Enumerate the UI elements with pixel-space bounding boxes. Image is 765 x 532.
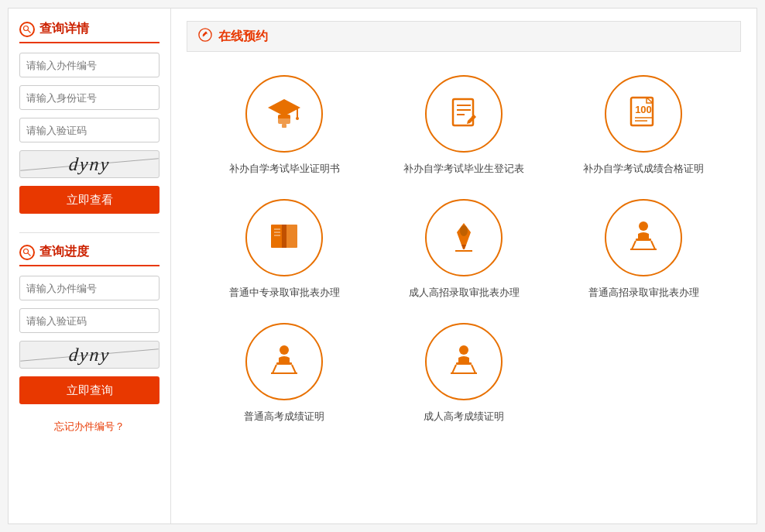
svg-line-37 <box>273 365 276 373</box>
service-diploma[interactable]: 补办自学考试毕业证明书 <box>202 75 366 176</box>
svg-line-38 <box>292 365 296 373</box>
progress-doc-no-input[interactable] <box>19 276 160 300</box>
service-score-cert-label: 补办自学考试成绩合格证明 <box>583 162 704 176</box>
svg-line-32 <box>632 241 636 249</box>
page-header: 在线预约 <box>187 21 741 52</box>
svg-rect-41 <box>456 362 472 365</box>
service-register-circle <box>425 75 503 153</box>
service-gaokao-circle <box>245 323 323 400</box>
detail-captcha-image: dyny <box>19 150 160 178</box>
detail-captcha-input[interactable] <box>19 118 160 142</box>
svg-line-43 <box>472 365 475 373</box>
service-score-cert[interactable]: 100 补办自学考试成绩合格证明 <box>561 75 726 176</box>
svg-rect-23 <box>285 225 297 248</box>
svg-rect-36 <box>276 362 292 365</box>
progress-captcha-image: dyny <box>19 341 160 369</box>
svg-point-2 <box>24 249 29 253</box>
service-regular-enroll-circle <box>605 199 682 276</box>
svg-rect-31 <box>636 239 651 241</box>
svg-line-33 <box>651 241 655 249</box>
svg-rect-24 <box>282 225 286 248</box>
search-icon <box>19 22 35 37</box>
edit-icon <box>198 28 212 45</box>
detail-doc-no-input[interactable] <box>19 53 160 77</box>
svg-point-40 <box>459 345 468 355</box>
service-diploma-label: 补办自学考试毕业证明书 <box>229 162 340 176</box>
divider <box>19 232 160 233</box>
service-adult-cert[interactable]: 成人高考成绩证明 <box>382 323 546 424</box>
service-adult-cert-circle <box>425 323 503 400</box>
svg-point-35 <box>280 345 289 355</box>
svg-text:100: 100 <box>635 104 652 115</box>
svg-line-42 <box>452 365 456 373</box>
app-container: 查询详情 dyny 立即查看 查询进度 dyny 立即查询 忘记办件编号？ <box>8 8 757 524</box>
svg-marker-6 <box>268 99 300 116</box>
svg-rect-9 <box>276 118 292 129</box>
query-progress-title: 查询进度 <box>19 244 160 266</box>
service-secondary-circle <box>245 199 323 276</box>
service-adult-enroll[interactable]: 成人高招录取审批表办理 <box>382 199 546 300</box>
service-score-circle: 100 <box>605 75 682 153</box>
service-regular-enroll[interactable]: 普通高招录取审批表办理 <box>561 199 726 300</box>
svg-line-3 <box>28 253 30 256</box>
svg-point-0 <box>24 26 29 30</box>
svg-line-1 <box>28 30 30 33</box>
service-gaokao-label: 普通高考成绩证明 <box>244 410 324 424</box>
progress-captcha-input[interactable] <box>19 308 160 333</box>
svg-point-28 <box>460 225 468 236</box>
svg-point-30 <box>639 221 648 231</box>
service-adult-cert-label: 成人高考成绩证明 <box>424 410 504 424</box>
sidebar: 查询详情 dyny 立即查看 查询进度 dyny 立即查询 忘记办件编号？ <box>9 9 171 523</box>
service-secondary[interactable]: 普通中专录取审批表办理 <box>202 199 366 300</box>
search-progress-icon <box>19 245 35 260</box>
service-diploma-circle <box>245 75 323 153</box>
service-gaokao-cert[interactable]: 普通高考成绩证明 <box>202 323 366 424</box>
query-detail-title: 查询详情 <box>19 21 160 43</box>
service-register-label: 补办自学考试毕业生登记表 <box>403 162 524 176</box>
service-regular-enroll-label: 普通高招录取审批表办理 <box>588 286 699 300</box>
progress-submit-button[interactable]: 立即查询 <box>19 376 160 404</box>
forgot-link[interactable]: 忘记办件编号？ <box>19 420 160 434</box>
svg-point-11 <box>296 117 299 120</box>
main-content: 在线预约 补办自学考试毕业证明书 <box>171 9 756 523</box>
service-secondary-label: 普通中专录取审批表办理 <box>229 286 340 300</box>
page-title: 在线预约 <box>218 29 268 45</box>
service-register[interactable]: 补办自学考试毕业生登记表 <box>382 75 546 176</box>
detail-id-no-input[interactable] <box>19 85 160 110</box>
detail-submit-button[interactable]: 立即查看 <box>19 186 160 214</box>
service-adult-enroll-label: 成人高招录取审批表办理 <box>409 286 520 300</box>
svg-rect-22 <box>271 225 283 248</box>
service-adult-enroll-circle <box>425 199 503 276</box>
service-grid: 补办自学考试毕业证明书 补办自学考试毕业生登记表 <box>187 67 741 431</box>
